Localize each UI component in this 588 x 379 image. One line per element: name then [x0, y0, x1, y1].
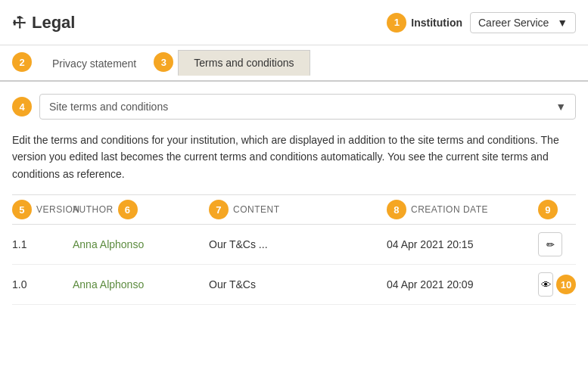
page-title: Legal [32, 13, 75, 33]
row2-actions: 👁 10 [538, 272, 576, 297]
col-author: AUTHOR 6 [73, 200, 209, 219]
hammer-icon: ⚒ [8, 11, 30, 34]
row2-date: 04 Apr 2021 20:09 [387, 278, 538, 290]
site-terms-dropdown[interactable]: Site terms and conditions ▼ [39, 94, 576, 120]
tabs-row: 2 Privacy statement 3 Terms and conditio… [0, 45, 588, 82]
institution-dropdown-value: Career Service [478, 17, 549, 29]
row1-author: Anna Alphonso [73, 238, 209, 250]
tab-privacy-statement[interactable]: Privacy statement [36, 51, 152, 76]
col-author-label: AUTHOR [73, 204, 114, 215]
description-text: Edit the terms and conditions for your i… [12, 132, 576, 182]
tab-terms-wrapper: 3 Terms and conditions [154, 44, 311, 80]
row1-actions: ✏ [538, 232, 576, 256]
badge-5: 5 [12, 200, 32, 219]
table-row: 1.1 Anna Alphonso Our T&Cs ... 04 Apr 20… [12, 225, 576, 265]
tab-privacy-wrapper: 2 Privacy statement [12, 44, 154, 80]
badge-7: 7 [209, 200, 229, 219]
chevron-down-icon: ▼ [557, 17, 568, 29]
header-left: ⚒ Legal [12, 13, 387, 33]
header-right: 1 Institution Career Service ▼ [387, 12, 576, 33]
header: ⚒ Legal 1 Institution Career Service ▼ [0, 0, 588, 45]
col-actions: 9 [538, 200, 576, 219]
table-header: 5 VERSION AUTHOR 6 7 CONTENT 8 CREATION … [12, 194, 576, 225]
col-content-label: CONTENT [233, 204, 280, 215]
site-terms-dropdown-value: Site terms and conditions [49, 101, 168, 113]
badge-6: 6 [118, 200, 138, 219]
badge-10: 10 [556, 275, 576, 294]
row2-view-button[interactable]: 👁 [538, 272, 553, 297]
row1-author-link[interactable]: Anna Alphonso [73, 238, 144, 250]
badge-9: 9 [538, 200, 558, 219]
row2-author: Anna Alphonso [73, 278, 209, 290]
tab-terms-conditions[interactable]: Terms and conditions [178, 50, 310, 76]
row1-date: 04 Apr 2021 20:15 [387, 238, 538, 250]
dropdown-row: 4 Site terms and conditions ▼ [12, 94, 576, 120]
row1-content: Our T&Cs ... [209, 238, 387, 250]
row2-content: Our T&Cs [209, 278, 387, 290]
col-content: 7 CONTENT [209, 200, 387, 219]
edit-icon: ✏ [546, 239, 555, 250]
badge-3: 3 [154, 52, 173, 72]
tab-terms-label: Terms and conditions [194, 57, 294, 69]
terms-table: 5 VERSION AUTHOR 6 7 CONTENT 8 CREATION … [12, 194, 576, 305]
badge-8: 8 [387, 200, 406, 219]
row1-edit-button[interactable]: ✏ [538, 232, 562, 256]
col-date-label: CREATION DATE [411, 204, 488, 215]
badge-4: 4 [12, 97, 32, 116]
tab-privacy-label: Privacy statement [52, 57, 136, 70]
institution-badge-wrap: 1 Institution [387, 13, 462, 33]
col-creation-date: 8 CREATION DATE [387, 200, 538, 219]
main-content: 4 Site terms and conditions ▼ Edit the t… [0, 82, 588, 305]
badge-2: 2 [12, 52, 32, 72]
col-version: 5 VERSION [12, 200, 73, 219]
institution-label: Institution [411, 17, 462, 29]
row1-version: 1.1 [12, 238, 73, 250]
eye-icon: 👁 [541, 279, 551, 290]
row2-version: 1.0 [12, 278, 73, 290]
table-row: 1.0 Anna Alphonso Our T&Cs 04 Apr 2021 2… [12, 265, 576, 305]
row2-author-link[interactable]: Anna Alphonso [73, 278, 144, 290]
badge-1: 1 [387, 13, 406, 33]
chevron-down-icon-dropdown: ▼ [555, 101, 566, 113]
institution-dropdown[interactable]: Career Service ▼ [470, 12, 576, 33]
